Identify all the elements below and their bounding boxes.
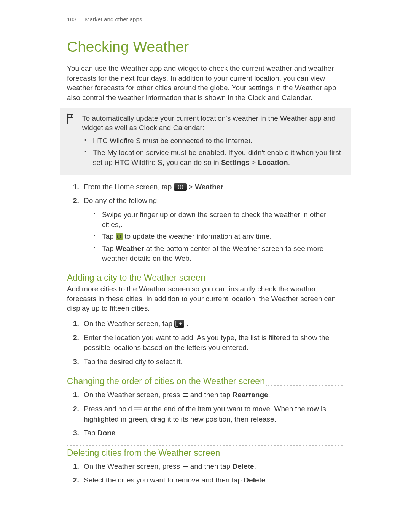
section-deleting: Deleting cities from the Weather screen … (67, 445, 344, 486)
apps-grid-icon (174, 183, 187, 191)
intro-text: You can use the Weather app and widget t… (67, 64, 344, 103)
svg-rect-4 (180, 186, 181, 187)
add-city-icon: + (174, 320, 184, 328)
changing-step-3: 3. Tap Done. (84, 428, 344, 438)
svg-rect-9 (183, 393, 188, 394)
svg-rect-7 (180, 188, 181, 189)
main-step-2: 2. Do any of the following: Swipe your f… (84, 196, 344, 263)
deleting-steps: 1. On the Weather screen, press and then… (67, 462, 344, 486)
svg-rect-1 (180, 185, 181, 186)
section-name: Market and other apps (85, 16, 142, 22)
menu-icon (182, 463, 188, 470)
adding-step-3: 3. Tap the desired city to select it. (84, 357, 344, 367)
deleting-title: Deleting cities from the Weather screen (67, 448, 220, 459)
main-step-1: 1. From the Home screen, tap > Weather. (84, 182, 344, 192)
page-title: Checking Weather (67, 38, 344, 55)
svg-rect-12 (134, 407, 142, 408)
svg-rect-17 (183, 468, 188, 468)
svg-rect-16 (183, 466, 188, 467)
svg-rect-14 (134, 411, 142, 411)
svg-rect-0 (178, 185, 179, 186)
dotted-rule (207, 282, 344, 282)
changing-step-1: 1. On the Weather screen, press and then… (84, 390, 344, 400)
sub-c: Tap Weather at the bottom center of the … (102, 244, 344, 263)
deleting-step-1: 1. On the Weather screen, press and then… (84, 462, 344, 472)
note-box: To automatically update your current loc… (60, 108, 351, 175)
section-adding: Adding a city to the Weather screen Add … (67, 270, 344, 367)
adding-title: Adding a city to the Weather screen (67, 273, 206, 284)
changing-step-2: 2. Press and hold at the end of the item… (84, 404, 344, 424)
page-header: 103 Market and other apps (67, 16, 344, 22)
sub-b: Tap to update the weather information at… (102, 232, 344, 241)
svg-rect-3 (178, 186, 179, 187)
note-bullets: HTC Wildfire S must be connected to the … (82, 136, 345, 168)
svg-rect-10 (183, 395, 188, 395)
adding-steps: 1. On the Weather screen, tap + . 2. Ent… (67, 319, 344, 367)
page-number: 103 (67, 16, 76, 22)
note-bullet-1: HTC Wildfire S must be connected to the … (93, 136, 345, 146)
note-lead: To automatically update your current loc… (82, 114, 336, 132)
svg-rect-13 (134, 409, 142, 409)
note-bullet-2: The My location service must be enabled.… (93, 148, 345, 167)
adding-step-2: 2. Enter the location you want to add. A… (84, 333, 344, 353)
svg-rect-8 (182, 188, 183, 189)
dotted-rule (221, 457, 344, 457)
deleting-step-2: 2. Select the cities you want to remove … (84, 475, 344, 486)
section-changing: Changing the order of cities on the Weat… (67, 374, 344, 438)
refresh-icon (116, 233, 123, 240)
note-content: To automatically update your current loc… (82, 113, 345, 170)
adding-intro: Add more cities to the Weather screen so… (67, 284, 344, 313)
manual-page: 103 Market and other apps Checking Weath… (0, 0, 411, 512)
menu-icon (182, 392, 188, 398)
main-step-2-sub: Swipe your finger up or down the screen … (84, 210, 344, 263)
svg-rect-2 (182, 185, 183, 186)
main-steps: 1. From the Home screen, tap > Weather. … (67, 182, 344, 263)
dotted-rule (266, 385, 344, 386)
svg-rect-11 (183, 396, 188, 397)
sub-a: Swipe your finger up or down the screen … (102, 210, 344, 229)
svg-rect-6 (178, 188, 179, 189)
svg-rect-15 (183, 465, 188, 465)
drag-handle-icon (134, 406, 142, 412)
flag-icon (66, 113, 77, 170)
changing-steps: 1. On the Weather screen, press and then… (67, 390, 344, 438)
changing-title: Changing the order of cities on the Weat… (67, 376, 265, 388)
svg-rect-5 (182, 186, 183, 187)
adding-step-1: 1. On the Weather screen, tap + . (84, 319, 344, 329)
